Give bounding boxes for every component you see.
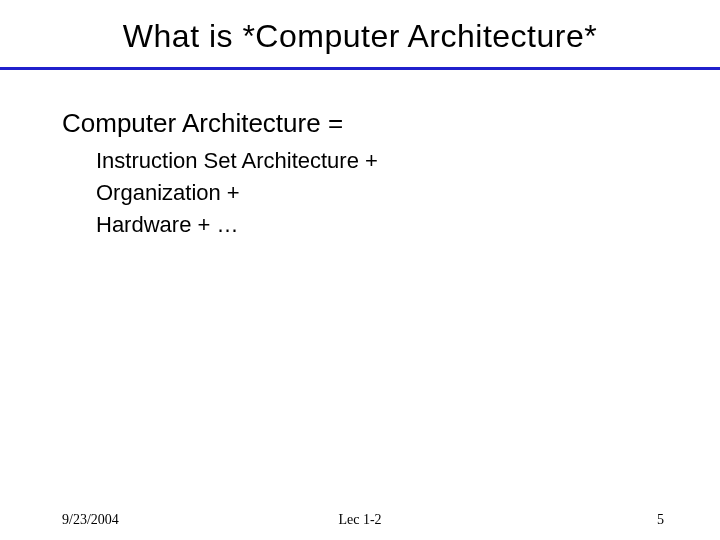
slide-title: What is *Computer Architecture*: [0, 0, 720, 67]
subheading: Computer Architecture =: [62, 108, 720, 139]
body-line: Organization +: [62, 177, 720, 209]
body-line: Hardware + …: [62, 209, 720, 241]
body-line: Instruction Set Architecture +: [62, 145, 720, 177]
footer-page: 5: [657, 512, 664, 528]
content-area: Computer Architecture = Instruction Set …: [0, 70, 720, 241]
footer-center: Lec 1-2: [0, 512, 720, 528]
